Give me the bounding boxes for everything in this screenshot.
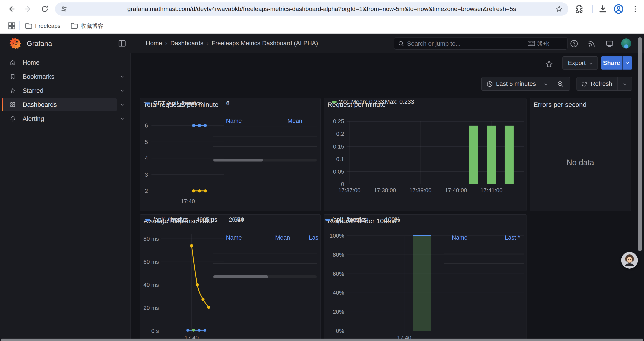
table-column-header[interactable]: Last * bbox=[472, 234, 520, 241]
sidebar: Home Bookmarks Starred bbox=[0, 53, 131, 341]
grafana-topbar: Grafana Home›Dashboards›Freeleaps Metric… bbox=[0, 34, 644, 53]
search-box[interactable]: Search or jump to... ⌘+k bbox=[394, 37, 568, 50]
zoom-out-icon[interactable] bbox=[557, 81, 564, 88]
breadcrumb-dashboards[interactable]: Dashboards bbox=[170, 40, 204, 47]
series-color-pill bbox=[145, 103, 150, 104]
chevron-down-icon[interactable] bbox=[120, 103, 124, 107]
search-shortcut: ⌘+k bbox=[537, 40, 549, 47]
breadcrumb-home[interactable]: Home bbox=[146, 40, 162, 47]
no-data-message: No data bbox=[530, 158, 631, 167]
grafana-logo[interactable] bbox=[9, 37, 22, 50]
sidebar-item-alerting[interactable]: Alerting bbox=[2, 112, 116, 125]
chevron-down-icon[interactable] bbox=[544, 82, 548, 87]
legend-row[interactable]: 2xxMean: 0.233Max: 0.233 bbox=[324, 98, 521, 105]
refresh-label[interactable]: Refresh bbox=[591, 80, 612, 87]
panel-total-requests-per-minute: Total requests per minute 6543217:40 Nam… bbox=[140, 98, 321, 211]
bookmark-folder-freeleaps[interactable]: Freeleaps bbox=[24, 18, 50, 34]
sidebar-item-dashboards[interactable]: Dashboards bbox=[2, 98, 116, 111]
share-button[interactable]: Share bbox=[601, 56, 622, 70]
chevron-down-icon[interactable] bbox=[120, 117, 124, 121]
export-label: Export bbox=[568, 60, 586, 67]
sidebar-item-home[interactable]: Home bbox=[2, 56, 116, 69]
refresh-icon[interactable] bbox=[581, 81, 588, 87]
forward-icon[interactable] bbox=[24, 5, 32, 14]
row-separator bbox=[444, 263, 524, 264]
news-rss-icon[interactable] bbox=[588, 40, 596, 48]
table-column-header[interactable]: Name bbox=[226, 234, 242, 241]
legend-table: NameLast */api/_/livez100%/api/_/metrics… bbox=[324, 215, 526, 341]
panel-average-response-time: Average response time 80 ms60 ms40 ms20 … bbox=[140, 214, 321, 341]
bookmark-star-icon[interactable] bbox=[555, 5, 563, 13]
table-scrollbar-thumb[interactable] bbox=[213, 275, 268, 278]
bookmark-label: Freeleaps bbox=[35, 23, 60, 29]
horizontal-scrollbar[interactable] bbox=[1, 338, 643, 341]
row-separator bbox=[213, 136, 317, 137]
breadcrumb-current: Freeleaps Metrics Dashboard (ALPHA) bbox=[212, 40, 318, 47]
help-icon[interactable] bbox=[570, 40, 578, 48]
folder-icon bbox=[24, 22, 33, 30]
home-icon bbox=[10, 60, 16, 66]
panel-errors-per-second: Errors per second No data bbox=[530, 98, 631, 211]
user-avatar[interactable] bbox=[621, 38, 631, 49]
bookmark-label: 收藏博客 bbox=[81, 23, 104, 29]
chevron-down-icon[interactable] bbox=[120, 88, 124, 93]
avatar-girl-icon bbox=[621, 252, 638, 269]
table-column-header[interactable]: Name bbox=[226, 117, 242, 124]
export-button[interactable]: Export bbox=[562, 56, 598, 70]
folder-icon bbox=[70, 22, 78, 30]
legend-text: 2xx bbox=[339, 98, 348, 105]
sidebar-item-label: Starred bbox=[22, 84, 44, 97]
url-text[interactable]: grafana.mathmast.com/d/deytv4rwavabkb/fr… bbox=[127, 3, 605, 16]
download-icon[interactable] bbox=[598, 4, 608, 14]
chevron-down-icon bbox=[625, 61, 630, 65]
favorite-star-icon[interactable] bbox=[544, 60, 554, 69]
legend-table-row[interactable]: /api/_/readyz100% bbox=[324, 235, 404, 245]
series-color-pill bbox=[145, 219, 150, 221]
share-label: Share bbox=[603, 60, 620, 67]
series-color-pill bbox=[332, 101, 337, 103]
reload-icon[interactable] bbox=[40, 5, 49, 14]
legend-table-row[interactable]: GET /api/_/metrics2 bbox=[140, 108, 244, 119]
grafana-app: Grafana Home›Dashboards›Freeleaps Metric… bbox=[0, 34, 644, 341]
panel-title[interactable]: Errors per second bbox=[534, 101, 586, 108]
time-range-group: Last 5 minutes bbox=[481, 77, 570, 91]
table-column-header[interactable]: Mean bbox=[242, 234, 290, 241]
bookmarks-divider bbox=[19, 21, 20, 30]
table-column-header[interactable]: Name bbox=[452, 234, 468, 241]
profile-icon[interactable] bbox=[613, 4, 624, 14]
table-column-header[interactable]: Mean bbox=[254, 117, 302, 124]
back-icon[interactable] bbox=[7, 5, 16, 14]
legend-table-row[interactable]: /api/_/metrics40.1 ms20.5 r bbox=[140, 225, 244, 235]
vertical-scrollbar[interactable] bbox=[638, 37, 642, 251]
table-column-header[interactable]: Las bbox=[309, 234, 318, 241]
chevron-down-icon bbox=[588, 61, 593, 66]
sidebar-item-starred[interactable]: Starred bbox=[2, 84, 116, 97]
row-separator bbox=[444, 253, 524, 253]
brand-title[interactable]: Grafana bbox=[27, 40, 52, 48]
panel-requests-under-100ms: Requests under 100ms 100%80%60%40%20%0%1… bbox=[324, 214, 526, 341]
dock-sidebar-icon[interactable] bbox=[118, 39, 126, 48]
site-settings-icon[interactable] bbox=[60, 5, 68, 13]
share-menu-button[interactable] bbox=[622, 56, 632, 70]
chevron-down-icon[interactable] bbox=[120, 74, 124, 79]
row-separator bbox=[213, 157, 317, 157]
table-cell: 6 bbox=[181, 100, 230, 107]
chevron-down-icon[interactable] bbox=[622, 82, 627, 87]
table-scrollbar-thumb[interactable] bbox=[213, 159, 263, 162]
chart-legend: 2xxMean: 0.233Max: 0.233 bbox=[324, 98, 526, 211]
kiosk-monitor-icon[interactable] bbox=[606, 40, 614, 48]
url-bar[interactable]: grafana.mathmast.com/d/deytv4rwavabkb/fr… bbox=[55, 3, 568, 16]
extensions-icon[interactable] bbox=[574, 4, 584, 14]
sidebar-item-bookmarks[interactable]: Bookmarks bbox=[2, 70, 116, 83]
bookmark-folder-blogs[interactable]: 收藏博客 bbox=[70, 18, 93, 34]
browser-menu-icon[interactable] bbox=[631, 5, 640, 14]
apps-grid-icon[interactable] bbox=[8, 22, 16, 30]
assistant-avatar-widget[interactable] bbox=[621, 252, 638, 269]
table-header-underline bbox=[444, 243, 524, 243]
time-range-label[interactable]: Last 5 minutes bbox=[496, 80, 536, 87]
legend-text: Mean: 0.233 bbox=[351, 98, 384, 105]
bookmarks-bar: Freeleaps 收藏博客 bbox=[0, 18, 644, 34]
row-separator bbox=[444, 274, 524, 274]
legend-table-row[interactable]: /api/_/metrics100% bbox=[324, 225, 404, 235]
table-header-underline bbox=[213, 126, 317, 126]
